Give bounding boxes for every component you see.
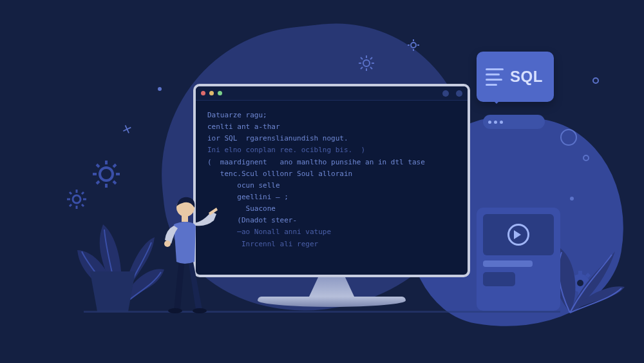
window-control-icon	[456, 90, 462, 97]
dot-icon	[570, 197, 574, 201]
play-icon	[507, 224, 529, 246]
sql-label: SQL	[510, 68, 543, 86]
small-ring-icon	[592, 77, 599, 84]
x-icon: ✕	[120, 121, 135, 138]
window-control-icon	[442, 90, 449, 97]
gear-icon	[358, 55, 375, 72]
placeholder-line	[483, 260, 533, 267]
code-window: Datuarze ragu; cenlti ant a-thar ior SQL…	[193, 84, 470, 277]
sql-badge: SQL	[477, 52, 554, 102]
illustration-canvas: ✕	[0, 0, 644, 363]
traffic-light-close-icon	[201, 91, 205, 95]
svg-point-6	[168, 308, 182, 313]
monitor-neck	[309, 277, 354, 297]
traffic-light-zoom-icon	[218, 91, 222, 95]
text-lines-icon	[486, 68, 504, 86]
traffic-light-minimize-icon	[209, 91, 214, 95]
placeholder-block	[483, 272, 515, 286]
ring-icon	[560, 129, 577, 146]
small-ring-icon	[583, 155, 589, 161]
gear-icon	[90, 158, 122, 190]
search-pill	[483, 115, 545, 129]
svg-point-2	[363, 60, 370, 66]
person-icon	[153, 188, 218, 313]
svg-point-10	[164, 240, 171, 247]
svg-point-0	[100, 168, 113, 181]
code-block: Datuarze ragu; cenlti ant a-thar ior SQL…	[196, 101, 468, 259]
dot-icon	[158, 87, 162, 91]
video-thumbnail	[483, 214, 554, 255]
dot-icon	[494, 121, 497, 124]
monitor: Datuarze ragu; cenlti ant a-thar ior SQL…	[193, 84, 470, 307]
window-titlebar	[196, 86, 468, 101]
dot-icon	[500, 121, 503, 124]
monitor-stand	[258, 297, 406, 307]
svg-point-3	[411, 43, 416, 48]
gear-icon	[407, 39, 420, 52]
svg-point-7	[193, 308, 207, 313]
dot-icon	[488, 121, 491, 124]
media-card	[477, 208, 560, 311]
